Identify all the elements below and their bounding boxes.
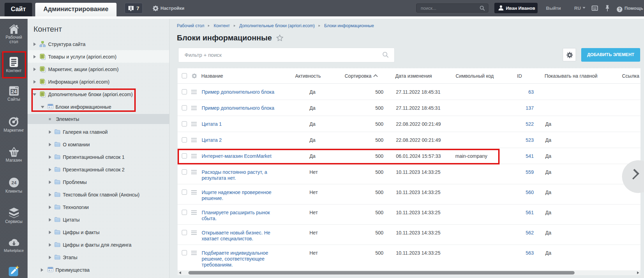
svg-text:24: 24	[11, 180, 16, 185]
svg-text:24: 24	[11, 89, 17, 94]
